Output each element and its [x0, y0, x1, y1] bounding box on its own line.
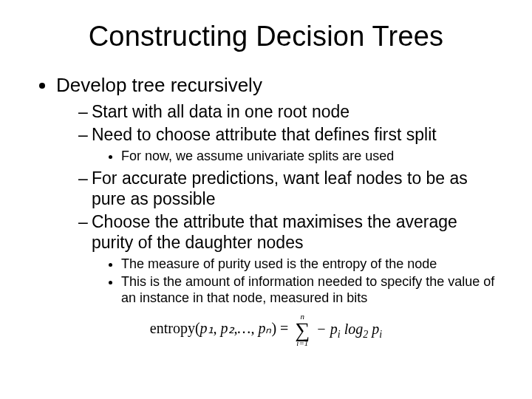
formula-part: log: [341, 321, 364, 337]
formula-open-paren: (: [195, 321, 200, 337]
formula-args: p₁, p₂,…, pₙ: [200, 321, 272, 337]
bullet-l2-item: Need to choose attribute that defines fi…: [78, 125, 502, 164]
formula-equals: =: [280, 321, 292, 337]
formula-sub: i: [379, 329, 382, 340]
bullet-text: For now, we assume univariate splits are…: [121, 149, 394, 163]
bullet-text: Need to choose attribute that defines fi…: [92, 125, 437, 144]
bullet-text: The measure of purity used is the entrop…: [121, 256, 437, 271]
slide-title: Constructing Decision Trees: [30, 21, 502, 52]
bullet-list-level2: Start with all data in one root node Nee…: [56, 102, 502, 307]
entropy-formula: entropy(p₁, p₂,…, pₙ) = n ∑ i=1 − pi log…: [30, 313, 502, 347]
bullet-text: Start with all data in one root node: [92, 102, 349, 121]
formula-term: − pi log2 pi: [316, 321, 382, 337]
formula-close-paren: ): [271, 321, 276, 337]
bullet-text: Choose the attribute that maximises the …: [92, 212, 457, 252]
formula-part: p: [368, 321, 379, 337]
bullet-l3-item: The measure of purity used is the entrop…: [121, 256, 502, 273]
bullet-l2-item: For accurate predictions, want leaf node…: [78, 168, 502, 209]
bullet-text: For accurate predictions, want leaf node…: [92, 168, 468, 208]
formula-function-name: entropy: [150, 321, 195, 337]
bullet-text: Develop tree recursively: [56, 74, 262, 96]
sigma-icon: ∑: [295, 321, 310, 339]
bullet-list-level3: The measure of purity used is the entrop…: [92, 256, 502, 307]
bullet-list-level3: For now, we assume univariate splits are…: [92, 149, 502, 165]
bullet-l3-item: For now, we assume univariate splits are…: [121, 149, 502, 165]
bullet-list-level1: Develop tree recursively Start with all …: [35, 73, 502, 306]
bullet-l2-item: Start with all data in one root node: [78, 102, 502, 123]
slide: Constructing Decision Trees Develop tree…: [0, 0, 532, 399]
bullet-l2-item: Choose the attribute that maximises the …: [78, 212, 502, 306]
bullet-text: This is the amount of information needed…: [121, 274, 494, 305]
summation-symbol: n ∑ i=1: [295, 313, 310, 347]
formula-part: − p: [316, 321, 338, 337]
bullet-l1-item: Develop tree recursively Start with all …: [56, 73, 502, 306]
sum-lower-bound: i=1: [295, 340, 310, 347]
bullet-l3-item: This is the amount of information needed…: [121, 274, 502, 306]
